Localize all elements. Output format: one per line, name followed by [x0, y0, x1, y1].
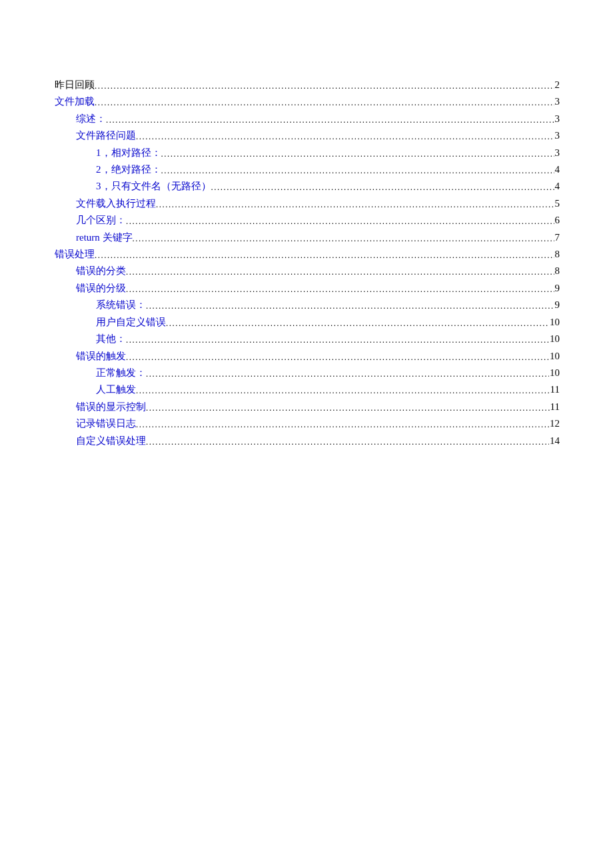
toc-page-number: 7	[554, 229, 560, 245]
toc-page-number: 3	[554, 111, 560, 127]
toc-label: 文件路径问题	[76, 127, 136, 143]
toc-label: 综述：	[76, 111, 106, 127]
toc-leader-dots	[126, 213, 554, 229]
toc-label: 错误的触发	[76, 348, 126, 364]
toc-page-number: 3	[554, 93, 560, 109]
toc-page-number: 4	[554, 178, 560, 194]
toc-leader-dots	[146, 366, 549, 382]
toc-label: 用户自定义错误	[96, 314, 166, 330]
toc-leader-dots	[95, 95, 554, 111]
toc-label: 系统错误：	[96, 297, 146, 313]
toc-entry[interactable]: 自定义错误处理14	[76, 433, 560, 449]
toc-label: 3，只有文件名（无路径）	[96, 178, 211, 194]
toc-entry[interactable]: 3，只有文件名（无路径）4	[96, 178, 560, 195]
toc-entry[interactable]: 系统错误：9	[96, 297, 560, 313]
toc-label: 正常触发：	[96, 365, 146, 381]
toc-page-number: 14	[549, 433, 560, 449]
toc-entry[interactable]: 综述：3	[76, 111, 560, 127]
toc-page-number: 3	[554, 145, 560, 161]
toc-page-number: 10	[549, 331, 560, 347]
toc-leader-dots	[161, 163, 554, 179]
toc-entry[interactable]: 人工触发11	[96, 381, 560, 398]
toc-leader-dots	[133, 231, 554, 247]
toc-entry[interactable]: 错误的分级9	[76, 280, 560, 297]
toc-entry[interactable]: 错误的触发10	[76, 348, 560, 365]
toc-page-number: 10	[549, 314, 560, 330]
toc-leader-dots	[95, 78, 554, 94]
toc-page-number: 11	[550, 399, 560, 415]
toc-page-number: 10	[549, 365, 560, 381]
toc-label: 几个区别：	[76, 212, 126, 228]
toc-entry[interactable]: return 关键字7	[76, 229, 560, 246]
toc-leader-dots	[95, 247, 554, 263]
toc-entry[interactable]: 用户自定义错误10	[96, 314, 560, 331]
toc-label: 记录错误日志	[76, 415, 136, 431]
toc-label: 昨日回顾	[55, 77, 95, 93]
toc-page: 昨日回顾2文件加载3综述：3文件路径问题31，相对路径：32，绝对路径：43，只…	[0, 0, 613, 449]
toc-page-number: 2	[554, 77, 560, 93]
toc-label: 自定义错误处理	[76, 433, 146, 449]
toc-leader-dots	[146, 434, 549, 450]
toc-leader-dots	[166, 315, 549, 331]
toc-label: 其他：	[96, 331, 126, 347]
toc-leader-dots	[126, 281, 554, 297]
toc-label: 2，绝对路径：	[96, 161, 161, 177]
toc-entry[interactable]: 文件路径问题3	[76, 127, 560, 144]
toc-page-number: 5	[554, 195, 560, 211]
toc-entry[interactable]: 错误的分类8	[76, 263, 560, 279]
toc-leader-dots	[211, 179, 554, 195]
toc-entry[interactable]: 记录错误日志12	[76, 415, 560, 432]
toc-entry[interactable]: 昨日回顾2	[55, 77, 560, 93]
toc-entry[interactable]: 几个区别：6	[76, 212, 560, 229]
toc-entry[interactable]: 2，绝对路径：4	[96, 161, 560, 178]
toc-page-number: 12	[549, 415, 560, 431]
toc-page-number: 6	[554, 212, 560, 228]
toc-page-number: 4	[554, 161, 560, 177]
toc-entry[interactable]: 错误处理8	[55, 246, 560, 263]
toc-leader-dots	[136, 383, 550, 399]
toc-leader-dots	[146, 298, 554, 314]
toc-leader-dots	[106, 112, 554, 128]
toc-label: 错误的分级	[76, 280, 126, 296]
toc-page-number: 9	[554, 280, 560, 296]
toc-page-number: 3	[554, 127, 560, 143]
toc-entry[interactable]: 1，相对路径：3	[96, 145, 560, 161]
toc-entry[interactable]: 文件载入执行过程5	[76, 195, 560, 212]
toc-entry[interactable]: 文件加载3	[55, 93, 560, 110]
toc-leader-dots	[126, 349, 549, 365]
toc-entry[interactable]: 其他：10	[96, 331, 560, 347]
toc-leader-dots	[136, 129, 554, 145]
toc-label: 错误的显示控制	[76, 399, 146, 415]
toc-page-number: 9	[554, 297, 560, 313]
toc-leader-dots	[156, 197, 554, 213]
toc-leader-dots	[126, 332, 549, 348]
toc-label: return 关键字	[76, 229, 133, 245]
toc-page-number: 11	[550, 381, 560, 397]
toc-label: 人工触发	[96, 381, 136, 397]
toc-page-number: 8	[554, 263, 560, 279]
toc-leader-dots	[146, 400, 550, 416]
toc-label: 文件载入执行过程	[76, 195, 156, 211]
table-of-contents: 昨日回顾2文件加载3综述：3文件路径问题31，相对路径：32，绝对路径：43，只…	[55, 77, 560, 449]
toc-label: 错误的分类	[76, 263, 126, 279]
toc-label: 1，相对路径：	[96, 145, 161, 161]
toc-page-number: 8	[554, 246, 560, 262]
toc-leader-dots	[136, 417, 549, 433]
toc-label: 错误处理	[55, 246, 95, 262]
toc-leader-dots	[161, 146, 554, 162]
toc-entry[interactable]: 错误的显示控制11	[76, 399, 560, 415]
toc-leader-dots	[126, 264, 554, 280]
toc-page-number: 10	[549, 348, 560, 364]
toc-entry[interactable]: 正常触发：10	[96, 365, 560, 381]
toc-label: 文件加载	[55, 93, 95, 109]
